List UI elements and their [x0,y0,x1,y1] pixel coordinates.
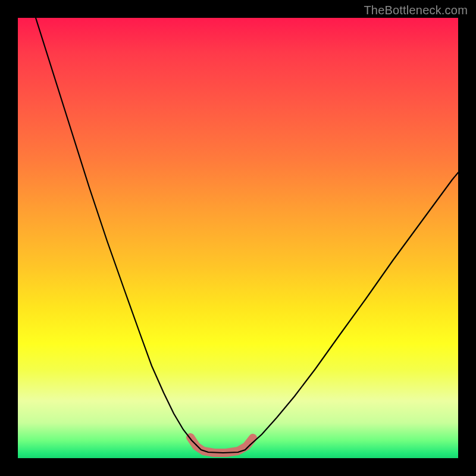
plot-area [18,18,458,458]
curve-svg [18,18,458,458]
curve-left-branch [36,18,196,445]
curve-right-branch [250,173,458,445]
chart-frame: TheBottleneck.com [0,0,476,476]
watermark-text: TheBottleneck.com [364,4,468,17]
